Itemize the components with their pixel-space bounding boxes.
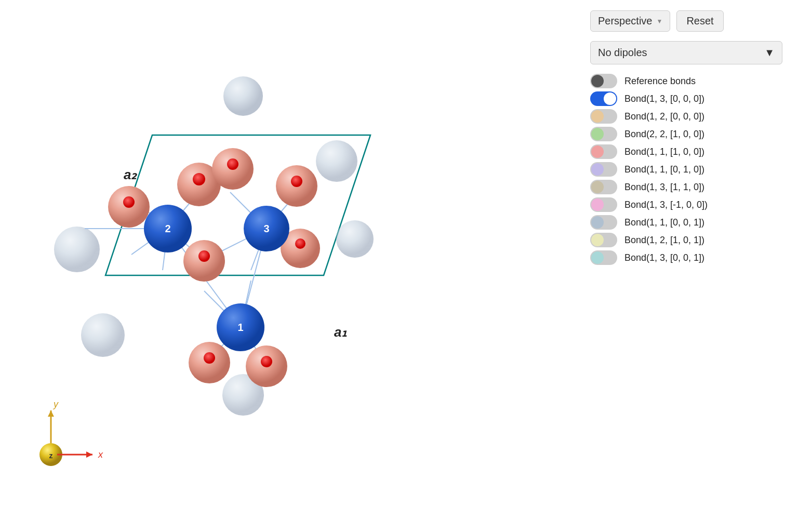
bond13m1-toggle[interactable] bbox=[590, 197, 617, 212]
bond12101-label: Bond(1, 2, [1, 0, 1]) bbox=[624, 235, 704, 246]
atom-red-dot bbox=[204, 352, 215, 364]
legend-item-bond13m1: Bond(1, 3, [-1, 0, 0]) bbox=[590, 197, 782, 212]
viz-area: 2 3 1 a₁ a₂ z x bbox=[0, 0, 575, 532]
bond130-knob bbox=[604, 92, 616, 105]
bond130-label: Bond(1, 3, [0, 0, 0]) bbox=[624, 94, 704, 104]
atom-red-dot bbox=[291, 176, 302, 187]
ghost-sphere bbox=[81, 313, 125, 357]
legend-item-bond120: Bond(1, 2, [0, 0, 0]) bbox=[590, 109, 782, 124]
bond120-label: Bond(1, 2, [0, 0, 0]) bbox=[624, 111, 704, 122]
a2-label: a₂ bbox=[124, 167, 138, 182]
atom-label-3: 3 bbox=[263, 223, 269, 234]
ref-toggle[interactable] bbox=[590, 74, 617, 88]
bond1101-knob bbox=[591, 163, 604, 176]
bond13110-knob bbox=[591, 181, 604, 193]
bond13001-toggle[interactable] bbox=[590, 250, 617, 265]
ghost-sphere bbox=[316, 140, 357, 182]
atom-red-dot bbox=[261, 356, 272, 367]
bond111-knob bbox=[591, 145, 604, 158]
bond111-label: Bond(1, 1, [1, 0, 0]) bbox=[624, 147, 704, 157]
top-controls: Perspective ▼ Reset bbox=[590, 10, 782, 32]
bond12101-knob bbox=[591, 234, 604, 246]
controls-panel: Perspective ▼ Reset No dipoles ▼ Referen… bbox=[575, 0, 798, 532]
dipoles-label: No dipoles bbox=[598, 47, 647, 59]
bond120-knob bbox=[591, 110, 604, 123]
bond13110-label: Bond(1, 3, [1, 1, 0]) bbox=[624, 182, 704, 193]
atom-red-dot bbox=[295, 238, 305, 249]
legend-item-bond12101: Bond(1, 2, [1, 0, 1]) bbox=[590, 233, 782, 247]
atom-label-2: 2 bbox=[165, 223, 170, 234]
legend-list: Reference bonds Bond(1, 3, [0, 0, 0]) Bo… bbox=[590, 74, 782, 265]
bond13110-toggle[interactable] bbox=[590, 180, 617, 194]
3d-scene: 2 3 1 a₁ a₂ z x bbox=[0, 0, 575, 532]
legend-item-bond13001: Bond(1, 3, [0, 0, 1]) bbox=[590, 250, 782, 265]
bond1101-toggle[interactable] bbox=[590, 162, 617, 177]
bond11001-toggle[interactable] bbox=[590, 215, 617, 230]
perspective-arrow: ▼ bbox=[657, 18, 663, 25]
main-container: 2 3 1 a₁ a₂ z x bbox=[0, 0, 798, 532]
legend-item-bond13110: Bond(1, 3, [1, 1, 0]) bbox=[590, 180, 782, 194]
legend-item-bond111: Bond(1, 1, [1, 0, 0]) bbox=[590, 144, 782, 159]
bond13m1-label: Bond(1, 3, [-1, 0, 0]) bbox=[624, 200, 708, 210]
bond111-toggle[interactable] bbox=[590, 144, 617, 159]
ghost-sphere bbox=[336, 220, 374, 258]
legend-item-bond221: Bond(2, 2, [1, 0, 0]) bbox=[590, 127, 782, 141]
bond13m1-knob bbox=[591, 198, 604, 211]
bond1101-label: Bond(1, 1, [0, 1, 0]) bbox=[624, 164, 704, 175]
atom-red-dot bbox=[227, 158, 238, 170]
bond221-knob bbox=[591, 128, 604, 140]
reset-button[interactable]: Reset bbox=[676, 10, 723, 32]
legend-item-ref: Reference bonds bbox=[590, 74, 782, 88]
atom-red-dot bbox=[193, 173, 205, 185]
dipoles-dropdown[interactable]: No dipoles ▼ bbox=[590, 41, 782, 64]
atom-red-dot bbox=[198, 250, 210, 262]
perspective-dropdown[interactable]: Perspective ▼ bbox=[590, 10, 670, 32]
bond120-toggle[interactable] bbox=[590, 109, 617, 124]
ghost-sphere bbox=[54, 227, 100, 272]
bond12101-toggle[interactable] bbox=[590, 233, 617, 247]
bond13001-knob bbox=[591, 251, 604, 264]
ref-bonds-label: Reference bonds bbox=[624, 76, 696, 87]
x-label: x bbox=[98, 449, 103, 460]
bond130-toggle[interactable] bbox=[590, 91, 617, 106]
ref-toggle-knob bbox=[591, 75, 604, 87]
legend-item-bond11001: Bond(1, 1, [0, 0, 1]) bbox=[590, 215, 782, 230]
legend-item-bond1101: Bond(1, 1, [0, 1, 0]) bbox=[590, 162, 782, 177]
atom-red-dot bbox=[123, 196, 135, 208]
bond13001-label: Bond(1, 3, [0, 0, 1]) bbox=[624, 252, 704, 263]
bond221-label: Bond(2, 2, [1, 0, 0]) bbox=[624, 129, 704, 140]
ghost-sphere bbox=[223, 76, 263, 116]
perspective-label: Perspective bbox=[598, 15, 653, 27]
a1-label: a₁ bbox=[334, 324, 347, 340]
bond221-toggle[interactable] bbox=[590, 127, 617, 141]
z-axis-label: z bbox=[49, 451, 53, 460]
y-label: y bbox=[52, 399, 59, 409]
x-axis-arrow bbox=[86, 451, 92, 458]
bond11001-knob bbox=[591, 216, 604, 229]
atom-label-1: 1 bbox=[237, 322, 243, 333]
legend-item-bond130: Bond(1, 3, [0, 0, 0]) bbox=[590, 91, 782, 106]
y-axis-arrow bbox=[48, 410, 54, 417]
bond11001-label: Bond(1, 1, [0, 0, 1]) bbox=[624, 217, 704, 228]
dipoles-arrow: ▼ bbox=[764, 47, 775, 59]
